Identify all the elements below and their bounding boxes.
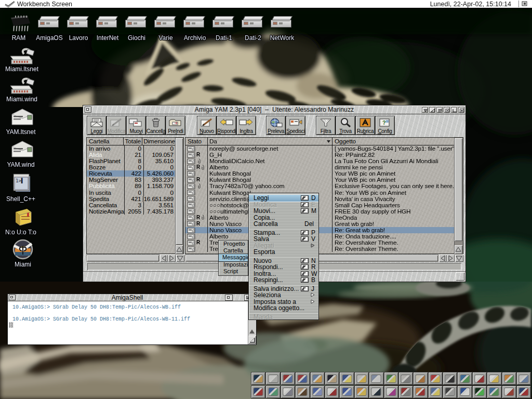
svg-text:?: ?	[382, 119, 386, 126]
svg-text:1>▌: 1>▌	[16, 178, 24, 184]
